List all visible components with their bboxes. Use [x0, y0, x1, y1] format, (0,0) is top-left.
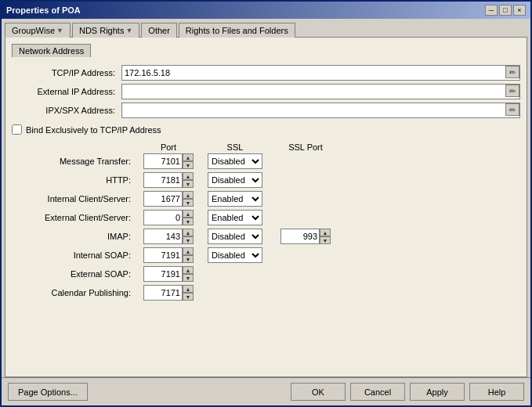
- port-row: HTTP:▲▼DisabledEnabled: [12, 172, 520, 188]
- ssl-select[interactable]: DisabledEnabled: [208, 153, 262, 169]
- port-row: Internal SOAP:▲▼DisabledEnabled: [12, 247, 520, 263]
- help-button[interactable]: Help: [469, 383, 524, 401]
- ssl-cell: DisabledEnabled: [200, 247, 270, 263]
- spin-up-button[interactable]: ▲: [183, 285, 194, 293]
- port-input[interactable]: [143, 172, 183, 188]
- port-row-label: Internal Client/Server:: [12, 194, 137, 204]
- ssl-spinner-buttons: ▲▼: [320, 229, 331, 244]
- spin-down-button[interactable]: ▼: [183, 199, 194, 207]
- port-spinner: ▲▼: [137, 266, 200, 282]
- spin-down-button[interactable]: ▼: [183, 161, 194, 169]
- ok-button[interactable]: OK: [291, 383, 346, 401]
- spin-up-button[interactable]: ▲: [183, 247, 194, 255]
- bind-checkbox[interactable]: [12, 124, 22, 135]
- port-input[interactable]: [143, 210, 183, 225]
- tab-rights[interactable]: Rights to Files and Folders: [179, 23, 295, 38]
- tcp-ip-row: TCP/IP Address: ✏: [12, 65, 520, 81]
- ssl-cell: DisabledEnabled: [200, 229, 270, 244]
- port-row: Calendar Publishing:▲▼: [12, 285, 520, 301]
- external-ip-input[interactable]: [121, 84, 520, 99]
- ssl-spin-down-button[interactable]: ▼: [320, 236, 331, 244]
- external-ip-input-wrap: ✏: [121, 84, 520, 99]
- address-section: TCP/IP Address: ✏ External IP Address: ✏…: [12, 65, 520, 118]
- spinner-buttons: ▲▼: [183, 191, 194, 207]
- ipx-spx-input[interactable]: [121, 103, 520, 118]
- ssl-select[interactable]: DisabledEnabled: [208, 229, 262, 244]
- spin-up-button[interactable]: ▲: [183, 229, 194, 236]
- spinner-buttons: ▲▼: [183, 229, 194, 244]
- ipx-spx-edit-icon[interactable]: ✏: [505, 103, 519, 116]
- port-row: IMAP:▲▼DisabledEnabled▲▼: [12, 229, 520, 244]
- main-window: Properties of POA ─ □ × GroupWise ▼ NDS …: [0, 0, 532, 407]
- external-ip-label: External IP Address:: [12, 87, 121, 96]
- port-row-label: Message Transfer:: [12, 157, 137, 166]
- sub-tab-label: Network Address: [19, 46, 84, 56]
- tcp-ip-edit-icon[interactable]: ✏: [505, 66, 519, 78]
- port-table-header: Port SSL SSL Port: [12, 142, 520, 152]
- ssl-cell: DisabledEnabled: [200, 191, 270, 207]
- spinner-buttons: ▲▼: [183, 247, 194, 263]
- tcp-ip-input[interactable]: [121, 65, 520, 81]
- spin-up-button[interactable]: ▲: [183, 266, 194, 274]
- spin-down-button[interactable]: ▼: [183, 293, 194, 301]
- port-rows-container: Message Transfer:▲▼DisabledEnabledHTTP:▲…: [12, 153, 520, 304]
- spinner-buttons: ▲▼: [183, 210, 194, 225]
- spin-up-button[interactable]: ▲: [183, 210, 194, 218]
- tab-other[interactable]: Other: [141, 23, 177, 38]
- port-spinner: ▲▼: [137, 172, 200, 188]
- spin-down-button[interactable]: ▼: [183, 255, 194, 263]
- tcp-ip-label: TCP/IP Address:: [12, 68, 121, 77]
- spin-up-button[interactable]: ▲: [183, 172, 194, 180]
- ssl-cell: DisabledEnabled: [200, 210, 270, 225]
- right-buttons: OK Cancel Apply Help: [291, 383, 524, 401]
- port-spinner: ▲▼: [137, 210, 200, 225]
- tab-nds-label: NDS Rights: [79, 26, 124, 35]
- spinner-buttons: ▲▼: [183, 172, 194, 188]
- spin-down-button[interactable]: ▼: [183, 236, 194, 244]
- bind-checkbox-label: Bind Exclusively to TCP/IP Address: [26, 125, 161, 135]
- port-input[interactable]: [143, 266, 183, 282]
- content-area: Network Address TCP/IP Address: ✏ Extern…: [5, 37, 527, 377]
- external-ip-edit-icon[interactable]: ✏: [505, 85, 519, 97]
- spinner-buttons: ▲▼: [183, 266, 194, 282]
- tab-groupwise[interactable]: GroupWise ▼: [5, 23, 71, 38]
- spin-down-button[interactable]: ▼: [183, 274, 194, 282]
- bottom-bar: Page Options... OK Cancel Apply Help: [2, 377, 530, 405]
- cancel-button[interactable]: Cancel: [350, 383, 405, 401]
- port-input[interactable]: [143, 191, 183, 207]
- close-button[interactable]: ×: [513, 5, 526, 16]
- spin-down-button[interactable]: ▼: [183, 218, 194, 225]
- ssl-select[interactable]: DisabledEnabled: [208, 247, 262, 263]
- ssl-select[interactable]: DisabledEnabled: [208, 172, 262, 188]
- port-row-label: Calendar Publishing:: [12, 288, 137, 297]
- external-ip-row: External IP Address: ✏: [12, 84, 520, 99]
- port-input[interactable]: [143, 229, 183, 244]
- port-row-label: IMAP:: [12, 232, 137, 241]
- port-spinner: ▲▼: [137, 153, 200, 169]
- port-input[interactable]: [143, 247, 183, 263]
- spin-up-button[interactable]: ▲: [183, 191, 194, 199]
- tab-groupwise-label: GroupWise: [12, 26, 55, 35]
- ssl-cell: DisabledEnabled: [200, 172, 270, 188]
- spinner-buttons: ▲▼: [183, 153, 194, 169]
- spin-up-button[interactable]: ▲: [183, 153, 194, 161]
- ssl-spin-up-button[interactable]: ▲: [320, 229, 331, 236]
- spin-down-button[interactable]: ▼: [183, 180, 194, 188]
- ssl-select[interactable]: DisabledEnabled: [208, 191, 262, 207]
- minimize-button[interactable]: ─: [485, 5, 498, 16]
- ssl-select[interactable]: DisabledEnabled: [208, 210, 262, 225]
- port-input[interactable]: [143, 153, 183, 169]
- tab-nds-rights[interactable]: NDS Rights ▼: [72, 23, 139, 38]
- bind-checkbox-row: Bind Exclusively to TCP/IP Address: [12, 124, 520, 135]
- tabs-area: GroupWise ▼ NDS Rights ▼ Other Rights to…: [2, 19, 530, 37]
- apply-button[interactable]: Apply: [410, 383, 465, 401]
- port-row-label: Internal SOAP:: [12, 250, 137, 260]
- port-header-ssl-port: SSL Port: [270, 142, 341, 152]
- maximize-button[interactable]: □: [499, 5, 512, 16]
- port-row-label: External Client/Server:: [12, 213, 137, 222]
- ssl-port-input[interactable]: [280, 229, 320, 244]
- port-input[interactable]: [143, 285, 183, 301]
- ssl-cell: DisabledEnabled: [200, 153, 270, 169]
- sub-tab-network-address[interactable]: Network Address: [12, 44, 91, 57]
- page-options-button[interactable]: Page Options...: [8, 383, 88, 401]
